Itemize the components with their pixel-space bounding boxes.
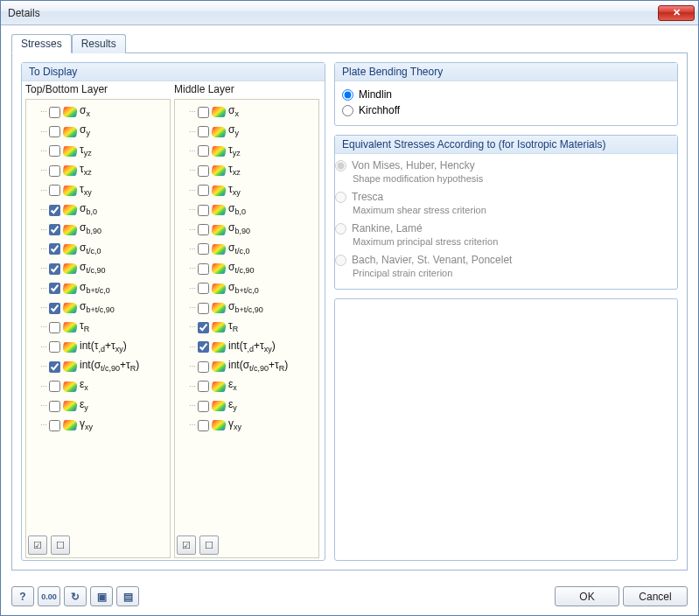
- top-bottom-checkbox-12[interactable]: [49, 341, 60, 353]
- stress-contour-icon: [62, 382, 78, 392]
- decimal-button[interactable]: 0.00: [38, 586, 60, 606]
- plate-bending-option-1: Kirchhoff: [342, 102, 670, 118]
- middle-item-13: ⋯int(σt/c,90+τR): [177, 357, 317, 376]
- tree-connector-icon: ⋯: [40, 144, 46, 158]
- help-button[interactable]: ?: [11, 586, 34, 606]
- top-bottom-checkbox-5[interactable]: [49, 205, 60, 216]
- middle-checkbox-15[interactable]: [198, 401, 209, 412]
- plate-bending-label-1: Kirchhoff: [359, 104, 400, 116]
- top-bottom-label-6: σb,90: [80, 220, 101, 238]
- middle-label-8: σt/c,90: [228, 260, 254, 277]
- middle-checkbox-14[interactable]: [198, 381, 209, 392]
- equiv-option-3: Bach, Navier, St. Venant, PonceletPrinci…: [335, 252, 677, 284]
- tree-connector-icon: ⋯: [189, 282, 195, 296]
- middle-label-11: τR: [228, 318, 238, 336]
- middle-checkbox-2[interactable]: [198, 145, 209, 157]
- select-all-col1[interactable]: ☑: [28, 536, 47, 555]
- middle-checkbox-13[interactable]: [198, 361, 209, 373]
- equiv-sublabel-3: Principal strain criterion: [335, 268, 677, 278]
- equiv-radio-1: [335, 192, 346, 203]
- top-bottom-checkbox-14[interactable]: [49, 381, 60, 392]
- middle-checkbox-7[interactable]: [198, 243, 209, 255]
- middle-checkbox-3[interactable]: [198, 165, 209, 177]
- top-bottom-item-1: ⋯σy: [28, 122, 168, 141]
- tree-connector-icon: ⋯: [189, 203, 195, 217]
- stress-contour-icon: [62, 322, 78, 332]
- export-button[interactable]: ▣: [90, 586, 113, 606]
- equiv-label-3: Bach, Navier, St. Venant, Poncelet: [352, 254, 512, 266]
- tab-results[interactable]: Results: [72, 34, 126, 53]
- middle-item-7: ⋯σt/c,0: [177, 240, 317, 259]
- top-bottom-item-16: ⋯γxy: [28, 416, 168, 435]
- tree-connector-icon: ⋯: [40, 242, 46, 256]
- middle-item-0: ⋯σx: [177, 102, 317, 122]
- top-bottom-checkbox-2[interactable]: [49, 145, 60, 157]
- middle-label-13: int(σt/c,90+τR): [228, 358, 288, 375]
- deselect-all-col2[interactable]: ☐: [199, 536, 219, 555]
- top-bottom-checkbox-9[interactable]: [49, 283, 60, 294]
- tree-connector-icon: ⋯: [189, 380, 195, 394]
- top-bottom-checkbox-16[interactable]: [49, 420, 60, 431]
- stress-contour-icon: [62, 205, 78, 215]
- top-bottom-checkbox-8[interactable]: [49, 263, 60, 275]
- tree-connector-icon: ⋯: [40, 223, 46, 237]
- close-button[interactable]: ✕: [658, 5, 695, 21]
- middle-checkbox-11[interactable]: [198, 322, 209, 333]
- export2-button[interactable]: ▤: [116, 586, 139, 606]
- tree-connector-icon: ⋯: [189, 320, 195, 334]
- column-headers: Top/Bottom Layer Middle Layer: [22, 81, 325, 99]
- to-display-group: To Display Top/Bottom Layer Middle Layer…: [21, 62, 325, 561]
- top-bottom-label-7: σt/c,0: [80, 241, 101, 258]
- top-bottom-item-3: ⋯τxz: [28, 161, 168, 180]
- top-bottom-checkbox-1[interactable]: [49, 126, 60, 137]
- tree-connector-icon: ⋯: [189, 125, 195, 139]
- select-all-col2[interactable]: ☑: [177, 536, 196, 555]
- top-bottom-checkbox-7[interactable]: [49, 243, 60, 255]
- top-bottom-checkbox-6[interactable]: [49, 224, 60, 235]
- stress-contour-icon: [211, 361, 227, 372]
- middle-checkbox-9[interactable]: [198, 283, 209, 294]
- middle-label-7: σt/c,0: [228, 241, 249, 258]
- top-bottom-checkbox-15[interactable]: [49, 401, 60, 412]
- tree-connector-icon: ⋯: [40, 282, 46, 296]
- middle-checkbox-5[interactable]: [198, 205, 209, 216]
- top-bottom-checkbox-0[interactable]: [49, 107, 60, 118]
- middle-label-2: τyz: [228, 143, 241, 160]
- tree-connector-icon: ⋯: [189, 164, 195, 178]
- middle-checkbox-10[interactable]: [198, 303, 209, 314]
- equiv-sublabel-1: Maximum shear stress criterion: [335, 205, 677, 215]
- equiv-radio-3: [335, 255, 346, 266]
- plate-bending-radio-0[interactable]: [342, 89, 353, 101]
- plate-bending-radio-1[interactable]: [342, 105, 353, 116]
- top-bottom-checkbox-3[interactable]: [49, 165, 60, 177]
- tab-stresses[interactable]: Stresses: [11, 34, 72, 53]
- cancel-button[interactable]: Cancel: [623, 586, 688, 606]
- tree-connector-icon: ⋯: [189, 399, 195, 413]
- top-bottom-checkbox-10[interactable]: [49, 303, 60, 314]
- list-columns: ⋯σx⋯σy⋯τyz⋯τxz⋯τxy⋯σb,0⋯σb,90⋯σt/c,0⋯σt/…: [22, 99, 325, 560]
- middle-checkbox-4[interactable]: [198, 185, 209, 196]
- stress-contour-icon: [62, 263, 78, 274]
- middle-checkbox-12[interactable]: [198, 341, 209, 353]
- top-bottom-item-13: ⋯int(σt/c,90+τR): [28, 357, 168, 376]
- middle-checkbox-0[interactable]: [198, 107, 209, 118]
- middle-checkbox-1[interactable]: [198, 126, 209, 137]
- middle-checkbox-16[interactable]: [198, 420, 209, 431]
- refresh-button[interactable]: ↻: [64, 586, 87, 606]
- tree-connector-icon: ⋯: [189, 184, 195, 198]
- ok-button[interactable]: OK: [555, 586, 619, 606]
- stress-contour-icon: [62, 401, 78, 411]
- middle-label-14: εx: [228, 377, 237, 395]
- middle-checkbox-8[interactable]: [198, 263, 209, 275]
- top-bottom-checkbox-13[interactable]: [49, 361, 60, 373]
- top-bottom-checkbox-11[interactable]: [49, 322, 60, 333]
- top-bottom-checkbox-4[interactable]: [49, 185, 60, 196]
- top-bottom-label-5: σb,0: [80, 201, 97, 219]
- top-bottom-label-11: τR: [80, 318, 89, 336]
- equiv-label-0: Von Mises, Huber, Hencky: [352, 159, 475, 172]
- top-bottom-label-3: τxz: [80, 162, 92, 179]
- equiv-sublabel-0: Shape modification hypothesis: [335, 173, 677, 184]
- middle-label-1: σy: [228, 122, 239, 140]
- middle-checkbox-6[interactable]: [198, 224, 209, 235]
- deselect-all-col1[interactable]: ☐: [51, 536, 70, 555]
